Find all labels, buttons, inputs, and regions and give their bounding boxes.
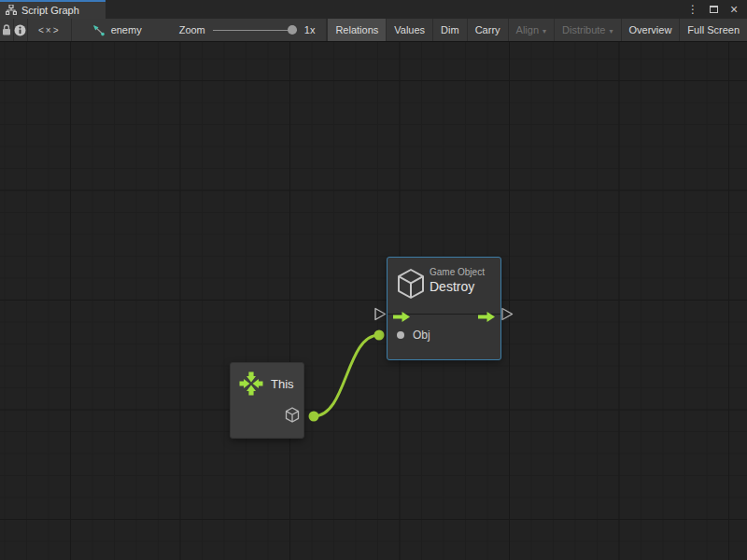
overview-label: Overview <box>629 24 672 35</box>
distribute-button[interactable]: Distribute ▾ <box>554 19 620 41</box>
connection-wire[interactable] <box>314 335 379 416</box>
relations-button[interactable]: Relations <box>327 19 386 41</box>
zoom-control: Zoom 1x <box>151 19 328 41</box>
flow-output-port[interactable] <box>502 309 513 320</box>
graph-breadcrumb[interactable]: enemy <box>72 19 151 41</box>
fullscreen-button[interactable]: Full Screen <box>679 19 747 41</box>
wire-start-dot[interactable] <box>309 412 319 422</box>
zoom-slider[interactable] <box>213 25 297 35</box>
zoom-level: 1x <box>304 24 316 35</box>
kebab-menu-icon: ⋮ <box>687 4 698 15</box>
wire-end-dot[interactable] <box>374 330 385 341</box>
title-bar: Script Graph ⋮ × <box>0 0 747 19</box>
tab-script-graph[interactable]: Script Graph <box>0 0 106 19</box>
info-icon <box>14 24 26 36</box>
close-icon: × <box>730 3 738 16</box>
node-title: This <box>271 377 294 391</box>
this-unit-icon <box>238 371 264 400</box>
node-this[interactable]: This <box>230 362 304 439</box>
node-header: Game Object Destroy <box>388 258 500 306</box>
distribute-label: Distribute <box>562 24 605 35</box>
obj-input-row[interactable]: Obj <box>388 328 430 343</box>
maximize-icon <box>710 6 718 13</box>
node-category: Game Object <box>430 267 485 277</box>
close-button[interactable]: × <box>726 2 741 17</box>
graph-name-label: enemy <box>111 24 142 35</box>
values-label: Values <box>394 24 425 35</box>
carry-button[interactable]: Carry <box>467 19 508 41</box>
graph-asset-icon <box>92 24 106 36</box>
graph-canvas[interactable]: This Game Object Destroy <box>0 42 747 560</box>
code-preview-icon: <×> <box>38 25 61 35</box>
wire-layer <box>0 42 747 560</box>
cube-icon <box>285 407 300 423</box>
dim-label: Dim <box>441 24 459 35</box>
obj-port-label: Obj <box>413 329 430 342</box>
zoom-slider-handle[interactable] <box>288 25 297 35</box>
code-preview-toggle[interactable]: <×> <box>28 19 72 41</box>
overview-button[interactable]: Overview <box>621 19 680 41</box>
flow-out-arrow-icon[interactable] <box>478 309 495 326</box>
flow-input-port[interactable] <box>375 309 386 320</box>
align-button[interactable]: Align ▾ <box>508 19 554 41</box>
values-button[interactable]: Values <box>386 19 432 41</box>
toolbar-right-group: Relations Values Dim Carry Align ▾ Distr… <box>327 19 747 41</box>
lock-icon <box>1 23 12 36</box>
dim-button[interactable]: Dim <box>432 19 467 41</box>
dropdown-caret-icon: ▾ <box>610 27 613 35</box>
graph-toolbar: <×> enemy Zoom 1x Relations Values <box>0 19 747 42</box>
fullscreen-label: Full Screen <box>687 24 740 35</box>
zoom-label: Zoom <box>179 24 205 35</box>
window-menu-button[interactable]: ⋮ <box>685 2 700 17</box>
flow-in-arrow-icon[interactable] <box>393 309 410 326</box>
window-controls: ⋮ × <box>685 0 747 19</box>
carry-label: Carry <box>475 24 500 35</box>
titlebar-spacer <box>106 0 685 19</box>
node-destroy[interactable]: Game Object Destroy Obj <box>387 257 501 360</box>
obj-port-dot[interactable] <box>397 331 404 339</box>
cube-icon <box>396 268 426 303</box>
tab-title: Script Graph <box>21 5 79 16</box>
lock-button[interactable] <box>0 19 14 41</box>
maximize-button[interactable] <box>706 2 721 17</box>
node-title: Destroy <box>430 279 474 294</box>
info-button[interactable] <box>14 19 28 41</box>
relations-label: Relations <box>335 24 378 35</box>
align-label: Align <box>516 24 539 35</box>
gameobject-output-port[interactable] <box>285 407 300 427</box>
dropdown-caret-icon: ▾ <box>543 27 546 35</box>
graph-hierarchy-icon <box>6 5 17 17</box>
script-graph-window: Script Graph ⋮ × <box>0 0 747 560</box>
